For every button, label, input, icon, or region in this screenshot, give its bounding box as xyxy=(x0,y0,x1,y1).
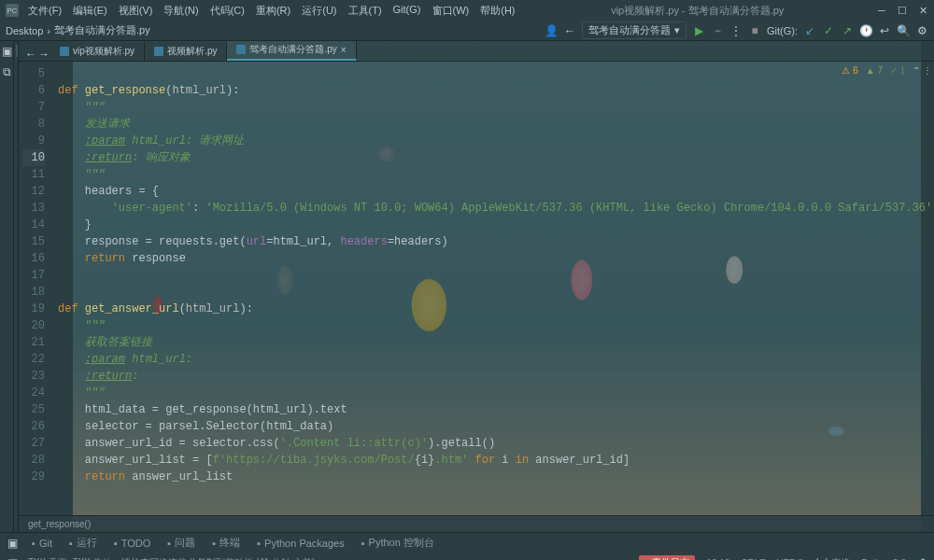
git-push-icon[interactable]: ↗ xyxy=(841,24,854,37)
weak-warnings-count[interactable]: ▲ 7 xyxy=(866,65,883,76)
warnings-count[interactable]: ⚠ 6 xyxy=(842,65,857,76)
nav-fwd-icon[interactable]: → xyxy=(37,48,50,61)
git-update-icon[interactable]: ↙ xyxy=(803,24,816,37)
bottom-tool-tab[interactable]: ▪终端 xyxy=(208,534,244,552)
code-line[interactable]: """ xyxy=(58,317,932,334)
settings-icon[interactable]: ⚙ xyxy=(915,24,928,37)
run-button[interactable]: ▶ xyxy=(692,24,705,37)
code-line[interactable]: answer_url_list = [f'https://tiba.jsyks.… xyxy=(58,452,932,469)
code-line[interactable] xyxy=(58,65,932,82)
code-line[interactable]: return answer_url_list xyxy=(58,469,932,485)
code-line[interactable]: response = requests.get(url=html_url, he… xyxy=(58,233,932,250)
git-history-icon[interactable]: 🕐 xyxy=(859,24,872,37)
run-more-icon[interactable]: ⋮ xyxy=(729,24,743,37)
debug-button[interactable]: ⌁ xyxy=(711,24,724,37)
editor-breadcrumb[interactable]: get_response() xyxy=(19,515,934,532)
menu-item[interactable]: 窗口(W) xyxy=(429,2,474,20)
code-line[interactable]: :return: 响应对象 xyxy=(58,149,932,166)
maximize-button[interactable]: ☐ xyxy=(897,5,908,16)
menu-item[interactable]: 重构(R) xyxy=(252,2,294,20)
typos-count[interactable]: ✓ 1 xyxy=(890,65,905,76)
code-line[interactable]: def get_answer_url(html_url): xyxy=(58,301,932,317)
menu-item[interactable]: 帮助(H) xyxy=(476,2,518,20)
user-icon[interactable]: 👤 xyxy=(545,24,558,37)
status-tool-icon[interactable]: ▣ xyxy=(6,556,19,560)
project-tool-icon[interactable]: ▣ xyxy=(0,45,13,58)
code-line[interactable]: answer_url_id = selector.css('.Content l… xyxy=(58,435,932,452)
code-line[interactable]: selector = parsel.Selector(html_data) xyxy=(58,418,932,435)
code-line[interactable]: :param html_url: xyxy=(58,351,932,368)
inspection-menu-icon[interactable]: ⌃ ⋮ xyxy=(913,65,932,76)
back-icon[interactable]: ← xyxy=(563,24,576,37)
breadcrumb-item[interactable]: 驾考自动满分答题.py xyxy=(54,23,150,37)
close-tab-icon[interactable]: × xyxy=(341,45,347,55)
stop-button[interactable]: ■ xyxy=(748,24,761,37)
code-line[interactable] xyxy=(58,267,932,284)
bottom-tool-tab[interactable]: ▪运行 xyxy=(65,534,101,552)
code-line[interactable] xyxy=(58,284,932,301)
code-line[interactable]: 获取答案链接 xyxy=(58,334,932,351)
bottom-tool-tab[interactable]: ▪问题 xyxy=(163,534,199,552)
tool-label: Python Packages xyxy=(264,538,345,549)
navigation-toolbar: Desktop › 驾考自动满分答题.py 👤 ← 驾考自动满分答题 ▾ ▶ ⌁… xyxy=(0,21,934,41)
rollback-icon[interactable]: ↩ xyxy=(878,24,891,37)
line-gutter[interactable]: 5678910111213141516171819202122232425262… xyxy=(19,62,52,515)
git-commit-icon[interactable]: ✓ xyxy=(822,24,835,37)
inspection-indicators[interactable]: ⚠ 6 ▲ 7 ✓ 1 ⌃ ⋮ xyxy=(842,65,932,76)
code-line[interactable]: """ xyxy=(58,166,932,183)
code-line[interactable]: html_data = get_response(html_url).text xyxy=(58,401,932,418)
indent-setting[interactable]: 4 个空格 xyxy=(814,556,850,560)
editor-tab[interactable]: 驾考自动满分答题.py × xyxy=(227,40,356,61)
code-line[interactable]: def get_response(html_url): xyxy=(58,82,932,99)
bottom-tool-tab[interactable]: ▪Python 控制台 xyxy=(358,534,438,552)
tab-label: vip视频解析.py xyxy=(73,45,134,58)
minimize-button[interactable]: ─ xyxy=(876,5,887,16)
code-line[interactable]: """ xyxy=(58,99,932,116)
code-line[interactable]: headers = { xyxy=(58,183,932,200)
bottom-tool-tab[interactable]: ▪TODO xyxy=(110,536,154,551)
code-line[interactable]: 'user-agent': 'Mozilla/5.0 (Windows NT 1… xyxy=(58,200,932,217)
main-menu: 文件(F)编辑(E)视图(V)导航(N)代码(C)重构(R)运行(U)工具(T)… xyxy=(24,2,519,20)
code-line[interactable]: """ xyxy=(58,385,932,401)
search-icon[interactable]: 🔍 xyxy=(897,24,910,37)
chevron-right-icon: › xyxy=(47,25,50,36)
tool-icon: ▪ xyxy=(32,538,35,549)
bottom-tool-tab[interactable]: ▪Python Packages xyxy=(253,536,348,551)
code-line[interactable]: :param html_url: 请求网址 xyxy=(58,133,932,149)
menu-item[interactable]: 代码(C) xyxy=(206,2,248,20)
tab-label: 视频解析.py xyxy=(167,45,217,58)
titlebar: PC 文件(F)编辑(E)视图(V)导航(N)代码(C)重构(R)运行(U)工具… xyxy=(0,0,934,21)
nav-back-icon[interactable]: ← xyxy=(24,48,37,61)
menu-item[interactable]: Git(G) xyxy=(389,2,425,20)
breadcrumb-item[interactable]: Desktop xyxy=(6,25,43,36)
chevron-down-icon: ▾ xyxy=(674,24,680,36)
menu-item[interactable]: 工具(T) xyxy=(345,2,386,20)
code-line[interactable]: } xyxy=(58,217,932,233)
menu-item[interactable]: 视图(V) xyxy=(115,2,157,20)
menu-item[interactable]: 运行(U) xyxy=(298,2,340,20)
structure-tool-icon[interactable]: ⧉ xyxy=(0,65,13,78)
tool-icon: ▪ xyxy=(212,538,216,549)
close-button[interactable]: ✕ xyxy=(917,5,928,16)
event-log-button[interactable]: ● 事件日志 xyxy=(639,555,696,560)
status-bar: ▣ TKK 垂直: TKK 失效，请检查网络连接 // 复制到剪贴板 (41 分… xyxy=(0,553,934,560)
menu-item[interactable]: 导航(N) xyxy=(160,2,202,20)
menu-item[interactable]: 编辑(E) xyxy=(69,2,111,20)
code-line[interactable]: :return: xyxy=(58,368,932,385)
breadcrumb: Desktop › 驾考自动满分答题.py xyxy=(6,23,150,37)
bottom-tool-tabs: ▣ ▪Git▪运行▪TODO▪问题▪终端▪Python Packages▪Pyt… xyxy=(0,532,934,553)
run-config-selector[interactable]: 驾考自动满分答题 ▾ xyxy=(582,21,686,39)
bottom-tool-tab[interactable]: ▪Git xyxy=(28,536,56,551)
code-area[interactable]: def get_response(html_url): """ 发送请求 :pa… xyxy=(52,62,934,515)
tool-window-icon[interactable]: ▣ xyxy=(6,537,19,550)
menu-item[interactable]: 文件(F) xyxy=(24,2,65,20)
editor-tab[interactable]: 视频解析.py xyxy=(145,42,227,61)
code-line[interactable]: return response xyxy=(58,250,932,267)
python-file-icon xyxy=(154,47,163,56)
tool-label: 问题 xyxy=(175,536,195,550)
tool-label: TODO xyxy=(121,538,151,549)
editor-tab[interactable]: vip视频解析.py xyxy=(50,42,145,61)
tool-icon: ▪ xyxy=(114,538,118,549)
code-line[interactable]: 发送请求 xyxy=(58,116,932,133)
code-editor[interactable]: 5678910111213141516171819202122232425262… xyxy=(19,62,934,515)
